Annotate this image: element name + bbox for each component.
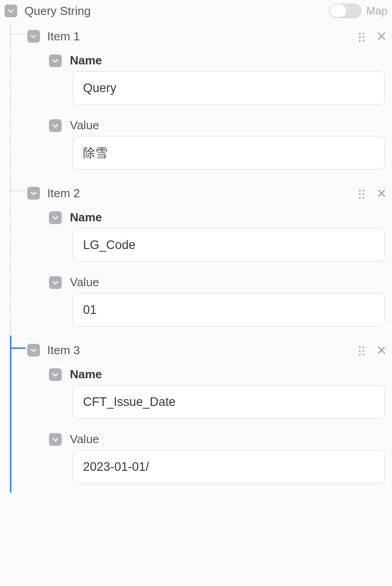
drag-handle-icon[interactable]	[356, 344, 368, 356]
drag-handle-icon[interactable]	[356, 30, 368, 42]
name-label: Name	[70, 367, 102, 381]
chevron-down-icon[interactable]	[49, 211, 62, 224]
chevron-down-icon[interactable]	[27, 30, 40, 43]
chevron-down-icon[interactable]	[49, 368, 62, 381]
value-label: Value	[70, 432, 99, 446]
item-title: Item 2	[47, 186, 80, 200]
value-input-wrap	[10, 450, 392, 483]
name-input-wrap	[10, 228, 392, 262]
svg-point-9	[363, 193, 364, 195]
svg-point-10	[359, 197, 361, 199]
chevron-down-icon[interactable]	[27, 187, 40, 200]
name-input[interactable]	[73, 71, 385, 105]
svg-point-1	[363, 33, 364, 34]
name-input-wrap	[10, 71, 392, 105]
svg-point-4	[359, 40, 361, 42]
svg-point-13	[363, 347, 364, 348]
item-header: Item 3	[10, 338, 392, 362]
name-field-header: Name	[10, 367, 392, 381]
value-field-header: Value	[10, 432, 392, 446]
map-toggle[interactable]	[329, 4, 362, 18]
root-header: Query String Map	[0, 0, 392, 22]
drag-handle-icon[interactable]	[356, 187, 368, 199]
tree-line	[10, 22, 11, 179]
item-block: Item 2NameValue	[10, 179, 392, 336]
tree-tick	[10, 190, 25, 191]
close-icon[interactable]	[376, 187, 387, 199]
value-field-header: Value	[10, 118, 392, 132]
close-icon[interactable]	[376, 30, 387, 42]
name-field-header: Name	[10, 210, 392, 225]
svg-point-2	[359, 36, 361, 38]
toggle-thumb	[330, 5, 346, 17]
value-input[interactable]	[73, 136, 385, 170]
tree-line	[10, 336, 11, 493]
svg-point-14	[359, 350, 361, 352]
name-input-wrap	[10, 385, 392, 419]
value-input[interactable]	[73, 450, 385, 483]
svg-point-12	[359, 347, 361, 348]
value-label: Value	[70, 275, 99, 289]
map-label: Map	[366, 5, 387, 17]
svg-point-11	[363, 197, 364, 199]
value-input[interactable]	[73, 293, 385, 327]
svg-point-17	[363, 354, 364, 356]
name-label: Name	[70, 54, 102, 68]
name-input[interactable]	[73, 228, 385, 262]
close-icon[interactable]	[376, 344, 387, 356]
svg-point-7	[363, 190, 364, 191]
svg-point-8	[359, 193, 361, 195]
item-header: Item 1	[10, 24, 392, 48]
item-title: Item 3	[47, 343, 80, 357]
chevron-down-icon[interactable]	[49, 433, 62, 446]
value-input-wrap	[10, 293, 392, 327]
svg-point-16	[359, 354, 361, 356]
root-label: Query String	[24, 4, 91, 18]
tree-tick	[10, 34, 25, 34]
tree-tick	[10, 347, 25, 349]
value-field-header: Value	[10, 275, 392, 289]
chevron-down-icon[interactable]	[27, 344, 40, 356]
svg-point-6	[359, 190, 361, 191]
tree-line	[10, 179, 11, 336]
value-input-wrap	[10, 136, 392, 170]
svg-point-15	[363, 350, 364, 352]
name-label: Name	[70, 210, 102, 225]
chevron-down-icon[interactable]	[49, 119, 62, 132]
chevron-down-icon[interactable]	[49, 276, 62, 289]
svg-point-3	[363, 36, 364, 38]
item-block: Item 3NameValue	[10, 336, 392, 493]
item-block: Item 1NameValue	[10, 22, 392, 179]
value-label: Value	[70, 118, 99, 132]
name-input[interactable]	[73, 385, 385, 419]
chevron-down-icon[interactable]	[49, 54, 62, 67]
name-field-header: Name	[10, 54, 392, 68]
items-tree: Item 1NameValueItem 2NameValueItem 3Name…	[0, 22, 392, 493]
svg-point-0	[359, 33, 361, 34]
item-header: Item 2	[10, 181, 392, 205]
item-title: Item 1	[47, 29, 80, 44]
svg-point-5	[363, 40, 364, 42]
chevron-down-icon[interactable]	[5, 5, 17, 17]
